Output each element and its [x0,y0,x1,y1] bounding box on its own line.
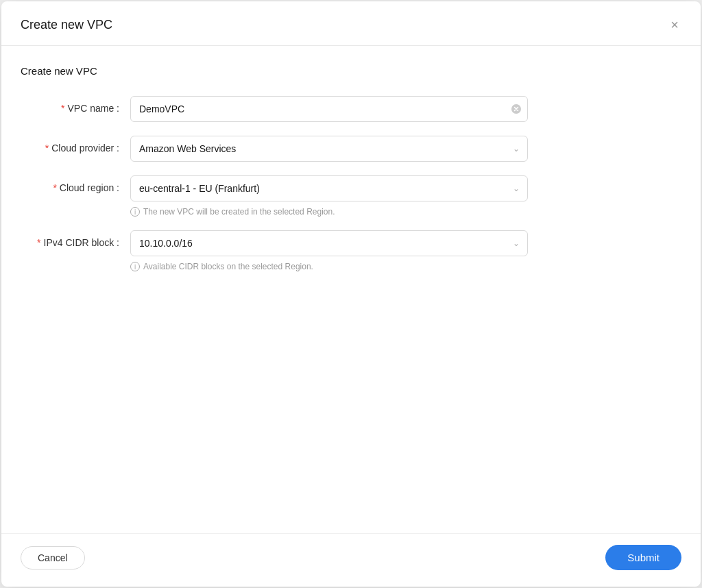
ipv4-cidr-hint: i Available CIDR blocks on the selected … [130,262,528,271]
vpc-name-input[interactable] [130,96,528,122]
dialog-title: Create new VPC [21,18,112,32]
cloud-region-select[interactable]: eu-central-1 - EU (Frankfurt) [130,175,528,201]
cloud-region-input-wrapper: eu-central-1 - EU (Frankfurt) ⌄ i The ne… [130,175,528,217]
cloud-provider-select[interactable]: Amazon Web Services [130,136,528,162]
form-fields: * VPC name : [21,96,681,285]
info-icon: i [130,207,140,217]
ipv4-cidr-select-wrapper: 10.10.0.0/16 ⌄ [130,230,528,256]
ipv4-cidr-label: * IPv4 CIDR block : [21,230,130,248]
vpc-name-label: * VPC name : [21,96,130,114]
cloud-region-hint: i The new VPC will be created in the sel… [130,207,528,217]
cloud-provider-select-wrapper: Amazon Web Services ⌄ [130,136,528,162]
vpc-name-row: * VPC name : [21,96,681,122]
submit-button[interactable]: Submit [605,545,681,570]
dialog-header: Create new VPC × [1,1,701,46]
cloud-region-label: * Cloud region : [21,175,130,193]
cloud-provider-input-wrapper: Amazon Web Services ⌄ [130,136,528,162]
required-star-2: * [45,143,49,154]
cloud-region-select-wrapper: eu-central-1 - EU (Frankfurt) ⌄ [130,175,528,201]
close-button[interactable]: × [668,15,681,34]
section-title: Create new VPC [21,65,681,77]
cloud-provider-row: * Cloud provider : Amazon Web Services ⌄ [21,136,681,162]
vpc-name-input-container [130,96,528,122]
required-star: * [61,103,64,114]
ipv4-cidr-select[interactable]: 10.10.0.0/16 [130,230,528,256]
ipv4-cidr-input-wrapper: 10.10.0.0/16 ⌄ i Available CIDR blocks o… [130,230,528,271]
required-star-3: * [53,182,56,193]
required-star-4: * [37,237,40,248]
vpc-name-input-wrapper [130,96,528,122]
vpc-name-clear-button[interactable] [511,104,521,114]
dialog-footer: Cancel Submit [1,533,701,587]
ipv4-cidr-row: * IPv4 CIDR block : 10.10.0.0/16 ⌄ i Ava… [21,230,681,271]
cancel-button[interactable]: Cancel [21,546,85,569]
cloud-provider-label: * Cloud provider : [21,136,130,154]
cloud-region-row: * Cloud region : eu-central-1 - EU (Fran… [21,175,681,217]
create-vpc-dialog: Create new VPC × Create new VPC * VPC na… [1,1,701,587]
dialog-body: Create new VPC * VPC name : [1,46,701,533]
info-icon-2: i [130,262,140,271]
